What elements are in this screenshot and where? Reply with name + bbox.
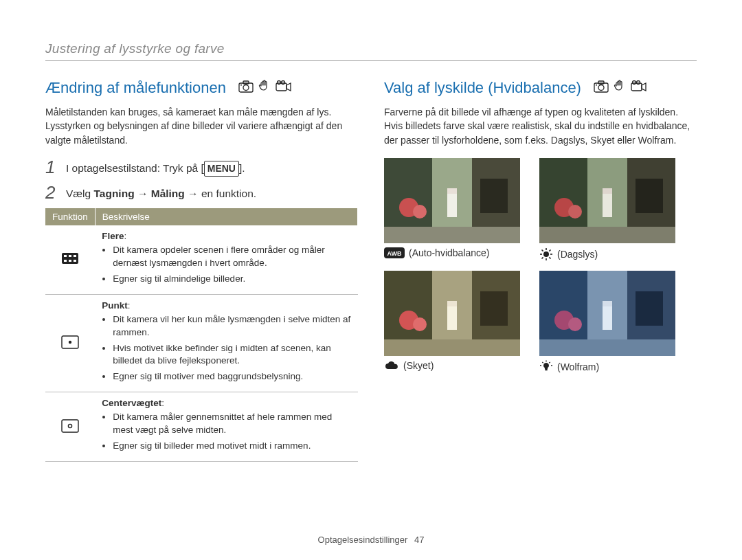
svg-rect-22 — [631, 83, 642, 91]
mode-icons-group — [238, 79, 292, 97]
svg-point-20 — [598, 85, 604, 91]
svg-point-2 — [243, 85, 249, 91]
step1-prefix: I optagelsestilstand: Tryk på [ — [66, 162, 204, 174]
step-text: Vælg Tagning → Måling → en funktion. — [66, 183, 256, 201]
step2-suffix: → en funktion. — [185, 188, 256, 199]
section-title-metering: Ændring af målefunktionen — [45, 79, 358, 97]
svg-rect-16 — [62, 420, 78, 432]
page-footer: Optagelsesindstillinger 47 — [0, 535, 742, 545]
svg-line-54 — [542, 257, 543, 258]
wb-item-auto: AWB (Auto-hvidbalance) — [384, 158, 520, 261]
svg-rect-13 — [74, 260, 76, 262]
page-columns: Ændring af målefunktionen Måletilstanden… — [45, 79, 697, 462]
step-1: 1 I optagelsestilstand: Tryk på [MENU]. — [45, 158, 358, 177]
page-number: 47 — [414, 535, 424, 545]
whitebalance-grid: AWB (Auto-hvidbalance) — [384, 158, 697, 374]
mode-icons-group — [594, 79, 647, 97]
section-title-text: Valg af lyskilde (Hvidbalance) — [384, 79, 581, 97]
wb-label: AWB (Auto-hvidbalance) — [384, 247, 520, 258]
metering-intro: Måletilstanden kan bruges, så kameraet k… — [45, 105, 358, 147]
camera-icon — [594, 79, 609, 97]
camera-icon — [238, 79, 254, 97]
svg-rect-46 — [603, 188, 612, 194]
metering-multi-icon — [45, 225, 95, 294]
func-name: Flere — [102, 231, 124, 241]
svg-rect-41 — [539, 227, 675, 243]
sun-icon — [539, 247, 553, 261]
func-name: Centervægtet — [102, 398, 161, 408]
wb-item-daylight: (Dagslys) — [539, 158, 675, 261]
th-function: Funktion — [45, 208, 95, 225]
func-bullet: Egner sig til billeder med motivet midt … — [113, 440, 350, 453]
svg-point-24 — [636, 81, 640, 85]
svg-rect-1 — [243, 81, 249, 84]
func-name: Punkt — [102, 300, 128, 311]
svg-rect-19 — [598, 81, 604, 84]
menu-button-label: MENU — [204, 161, 239, 177]
svg-rect-21 — [596, 85, 597, 86]
wb-label-text: (Skyet) — [403, 360, 434, 371]
svg-rect-34 — [447, 188, 457, 194]
metering-spot-icon — [45, 294, 95, 392]
wb-sample-image — [539, 158, 675, 243]
svg-point-23 — [632, 81, 636, 85]
footer-text: Optagelsesindstillinger — [318, 535, 408, 545]
svg-rect-45 — [603, 192, 612, 217]
svg-rect-7 — [62, 253, 78, 264]
step-number: 1 — [45, 158, 59, 177]
wb-label-text: (Auto-hvidbalance) — [409, 247, 490, 258]
bulb-icon — [539, 360, 553, 374]
svg-rect-9 — [69, 255, 71, 257]
awb-icon: AWB — [384, 247, 405, 258]
svg-rect-4 — [276, 83, 286, 91]
svg-point-62 — [413, 317, 427, 331]
whitebalance-intro: Farverne på dit billede vil afhænge af t… — [384, 105, 697, 147]
svg-rect-70 — [539, 339, 675, 356]
step2-prefix: Vælg — [66, 188, 94, 199]
video-icon — [631, 79, 647, 97]
svg-line-80 — [542, 362, 543, 363]
wb-label: (Dagslys) — [539, 247, 675, 261]
wb-item-tungsten: (Wolfram) — [539, 271, 675, 374]
metering-center-icon — [45, 392, 95, 462]
svg-point-43 — [568, 205, 582, 219]
svg-point-6 — [281, 81, 284, 85]
wb-sample-image — [384, 271, 520, 356]
svg-point-5 — [277, 81, 280, 85]
func-bullet: Egner sig til almindelige billeder. — [113, 273, 350, 286]
wb-item-cloudy: (Skyet) — [384, 271, 520, 374]
step-text: I optagelsestilstand: Tryk på [MENU]. — [66, 158, 245, 177]
cloud-icon — [384, 360, 399, 371]
step1-suffix: ]. — [239, 162, 245, 174]
section-title-whitebalance: Valg af lyskilde (Hvidbalance) — [384, 79, 697, 97]
svg-rect-60 — [384, 339, 520, 356]
svg-rect-44 — [636, 179, 663, 213]
header-divider — [45, 60, 697, 61]
svg-rect-65 — [447, 301, 457, 306]
svg-line-55 — [549, 249, 550, 251]
header-breadcrumb: Justering af lysstyrke og farve — [45, 41, 697, 56]
wb-label: (Skyet) — [384, 360, 520, 371]
wb-label: (Wolfram) — [539, 360, 675, 374]
right-column: Valg af lyskilde (Hvidbalance) Farverne … — [384, 79, 697, 462]
func-bullet: Dit kamera opdeler scenen i flere område… — [113, 244, 350, 270]
svg-point-17 — [69, 424, 72, 427]
video-icon — [276, 79, 292, 97]
svg-point-72 — [568, 317, 582, 331]
table-row: Centervægtet: Dit kamera måler gennemsni… — [45, 392, 358, 462]
table-row: Punkt: Dit kamera vil her kun måle lysmæ… — [45, 294, 358, 392]
svg-rect-10 — [74, 255, 76, 257]
svg-rect-12 — [69, 260, 71, 262]
wb-label-text: (Dagslys) — [557, 249, 598, 260]
svg-point-15 — [69, 341, 71, 344]
hand-icon — [613, 79, 627, 97]
svg-rect-8 — [64, 255, 67, 257]
func-bullet: Dit kamera måler gennemsnittet af hele r… — [113, 411, 350, 437]
svg-rect-32 — [480, 179, 508, 213]
wb-sample-image — [539, 271, 675, 356]
func-bullet: Egner sig til motiver med baggrundsbelys… — [113, 370, 350, 383]
svg-rect-3 — [240, 85, 242, 86]
step-number: 2 — [45, 183, 59, 201]
func-bullet: Dit kamera vil her kun måle lysmængden i… — [113, 313, 350, 339]
svg-rect-33 — [447, 192, 457, 217]
